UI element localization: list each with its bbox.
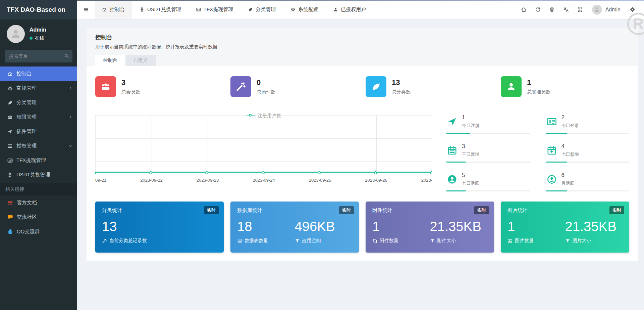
sidebar-item-license[interactable]: 授权管理 (0, 139, 77, 153)
hamburger-icon[interactable] (77, 0, 95, 19)
panel-body: 3 总会员数 0 总插件数 13 总分类数 (87, 66, 638, 261)
data-point (262, 171, 265, 174)
sidebar-item-label: 分类管理 (16, 99, 37, 106)
chart-legend: 注册用户数 (95, 113, 432, 119)
tab-label: 系统配置 (298, 6, 318, 13)
navbar-user-menu[interactable]: Admin (587, 5, 625, 15)
stats-row: 3 总会员数 0 总插件数 13 总分类数 (95, 76, 629, 104)
user-circle-outline-icon (547, 174, 557, 184)
mini-label: 月活跃 (561, 180, 575, 186)
navbar-actions: Admin (517, 0, 644, 19)
chart-plot-area (95, 115, 432, 173)
stat-value: 3 (121, 78, 140, 87)
sidebar-item-addon[interactable]: 插件管理 (0, 124, 77, 139)
progress-bar (446, 190, 530, 191)
x-axis-label: 2023-09-24 (253, 178, 275, 183)
sidebar-item-category[interactable]: 分类管理 (0, 95, 77, 110)
user-icon (501, 76, 522, 97)
rocket-icon (7, 129, 13, 134)
gridline (376, 116, 377, 173)
refresh-icon[interactable] (531, 0, 545, 19)
summary-card-images: 图片统计 实时 1 图片数量 21.35KB 图片大小 (501, 202, 629, 253)
funnel-icon (295, 238, 300, 243)
navbar-tabs: 控制台 USDT兑换管理 TFX提现管理 分类管理 系统配置 已授权用户 (95, 0, 373, 19)
brand-title: TFX DAO-Based on (0, 0, 77, 19)
gears-icon (7, 86, 13, 91)
card-value-label: 占用空间 (302, 238, 321, 244)
card-value-label: 图片数量 (515, 238, 534, 244)
database-icon (237, 238, 242, 243)
legend-line-icon (247, 114, 255, 118)
stat-card-addons: 0 总插件数 (230, 76, 359, 104)
funnel-icon (565, 238, 570, 243)
data-point (318, 171, 321, 174)
card-value: 1 (507, 218, 565, 234)
sidebar-link-qq[interactable]: QQ交流群 (0, 224, 77, 239)
card-value: 21.35KB (430, 218, 488, 234)
sidebar-link-label: 官方文档 (17, 200, 37, 206)
search-icon[interactable] (62, 52, 70, 60)
sidebar-item-label: 插件管理 (16, 128, 37, 135)
trash-icon[interactable] (545, 0, 559, 19)
stat-value: 13 (392, 78, 411, 87)
sidebar-item-auth[interactable]: 权限管理 (0, 110, 77, 124)
sidebar-user-panel: Admin 在线 (0, 19, 77, 48)
panel-tab-custom[interactable]: 自定义 (125, 55, 156, 66)
realtime-badge: 实时 (339, 206, 354, 214)
legend-label: 注册用户数 (258, 113, 281, 119)
user-circle-icon (447, 174, 457, 184)
panel-header: 控制台 用于展示当前系统中的统计数据、统计报表及重要实时数据 控制台 自定义 (87, 28, 638, 66)
tab-tfx-withdraw[interactable]: TFX提现管理 (189, 0, 240, 19)
sidebar-item-general[interactable]: 常规管理 (0, 81, 77, 95)
bitcoin-icon (140, 7, 145, 12)
wand-icon (230, 76, 251, 97)
summary-cards-row: 分类统计 实时 13 当前分类总记录数 数据库统计 实时 18 (95, 202, 629, 253)
user-status: 在线 (30, 35, 46, 41)
tab-authorized-users[interactable]: 已授权用户 (326, 0, 373, 19)
card-value: 18 (237, 218, 295, 234)
x-axis-label: 2023-09-23 (197, 178, 219, 183)
progress-bar (546, 190, 630, 191)
sidebar-item-label: 授权管理 (16, 143, 37, 149)
sidebar-item-label: 常规管理 (16, 85, 37, 91)
sidebar-item-label: TFX提现管理 (16, 157, 46, 164)
realtime-badge: 实时 (474, 206, 489, 214)
bitcoin-icon (7, 172, 13, 178)
tab-usdt-exchange[interactable]: USDT兑换管理 (132, 0, 189, 19)
gridline (208, 116, 208, 173)
sidebar-item-dashboard[interactable]: 控制台 (0, 67, 77, 81)
calendar-icon (447, 145, 457, 156)
tab-label: 已授权用户 (341, 6, 366, 13)
list-icon (7, 200, 13, 206)
stat-value: 0 (257, 78, 275, 87)
card-value-label: 图片大小 (573, 238, 591, 244)
sidebar-section-links: 相关链接 (0, 183, 77, 195)
stat-label: 总分类数 (392, 89, 411, 95)
dashboard-panel: 控制台 用于展示当前系统中的统计数据、统计报表及重要实时数据 控制台 自定义 3… (87, 28, 638, 261)
mini-value: 5 (462, 172, 479, 179)
sidebar-link-community[interactable]: 交流社区 (0, 210, 77, 224)
tab-dashboard[interactable]: 控制台 (95, 0, 132, 19)
gear-icon (290, 7, 296, 12)
copy-icon (372, 238, 377, 243)
sidebar-item-tfx-withdraw[interactable]: TFX提现管理 (0, 153, 77, 168)
panel-tab-dashboard[interactable]: 控制台 (95, 55, 125, 66)
language-icon[interactable] (559, 0, 573, 19)
card-title: 分类统计 (102, 207, 217, 214)
sidebar-search (5, 50, 72, 62)
stat-card-categories: 13 总分类数 (366, 76, 494, 104)
settings-gear-icon[interactable] (625, 0, 639, 19)
sidebar: TFX DAO-Based on Admin 在线 控制台 常规管理 分类管理 (0, 0, 77, 310)
progress-bar (446, 162, 530, 163)
sidebar-item-usdt-exchange[interactable]: USDT兑换管理 (0, 168, 77, 182)
gauge-icon (7, 71, 13, 77)
mini-stat-3day-new: 3 三日新增 (446, 142, 530, 163)
fullscreen-icon[interactable] (573, 0, 587, 19)
stat-card-members: 3 总会员数 (95, 76, 224, 104)
summary-card-category: 分类统计 实时 13 当前分类总记录数 (95, 202, 224, 253)
tab-category[interactable]: 分类管理 (240, 0, 283, 19)
home-icon[interactable] (517, 0, 531, 19)
tab-label: 分类管理 (256, 6, 276, 13)
tab-system-config[interactable]: 系统配置 (283, 0, 326, 19)
sidebar-link-docs[interactable]: 官方文档 (0, 195, 77, 210)
